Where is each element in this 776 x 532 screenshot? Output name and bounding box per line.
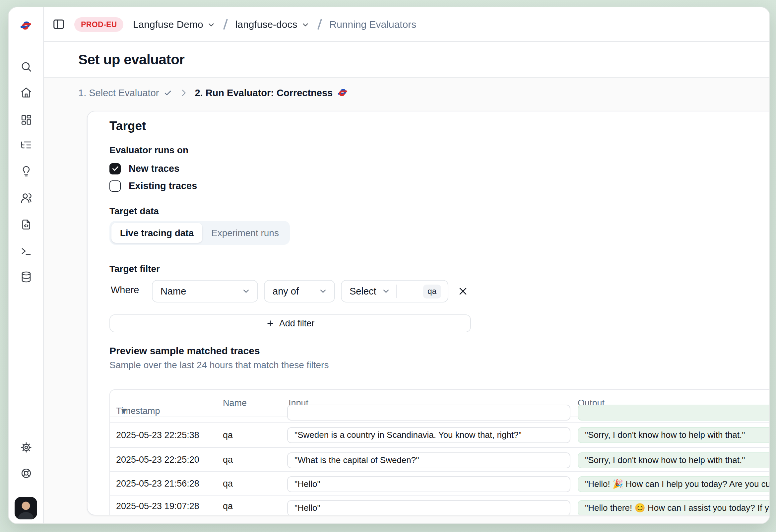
prompts-lightbulb-icon[interactable]	[20, 165, 32, 177]
table-row[interactable]: 2025-05-23 22:25:38 qa "Sweden is a coun…	[110, 422, 770, 448]
sidebar-rail	[9, 7, 44, 523]
add-filter-label: Add filter	[279, 318, 315, 328]
filter-value-chip: qa	[423, 284, 441, 298]
plus-icon	[266, 319, 274, 328]
input-cell: "Hello"	[287, 476, 570, 492]
chevron-down-icon	[318, 287, 328, 296]
existing-traces-checkbox[interactable]	[110, 180, 121, 191]
select-divider	[396, 285, 397, 298]
user-avatar[interactable]	[15, 497, 37, 519]
datasets-database-icon[interactable]	[20, 270, 32, 283]
sort-desc-icon: ▼	[120, 406, 128, 416]
step-select-evaluator[interactable]: 1. Select Evaluator	[78, 87, 172, 98]
target-data-label: Target data	[110, 206, 159, 216]
users-icon[interactable]	[20, 191, 32, 204]
input-cell: "Hello"	[287, 500, 570, 515]
table-row[interactable]: 2025-05-23 22:25:20 qa "What is the capi…	[110, 448, 770, 472]
chevron-right-icon	[179, 88, 188, 97]
filter-column-value: Name	[161, 286, 186, 297]
table-row[interactable]: 2025-05-23 21:56:28 qa "Hello" "Hello! 🎉…	[110, 472, 770, 496]
step-label: 1. Select Evaluator	[78, 87, 159, 98]
chevron-down-icon	[382, 287, 391, 296]
checkbox-row-new-traces: New traces	[110, 161, 179, 176]
filter-row: Where Name any of Select qa	[87, 280, 770, 303]
app-window: PROD-EU Langfuse Demo langfuse-docs Runn…	[8, 7, 770, 524]
filter-value-select[interactable]: Select qa	[341, 280, 448, 303]
tab-experiment-runs[interactable]: Experiment runs	[202, 223, 288, 243]
timestamp-cell: 2025-05-23 22:25:38	[116, 430, 199, 440]
environment-badge[interactable]: PROD-EU	[74, 17, 124, 31]
project-name: langfuse-docs	[235, 19, 298, 30]
settings-gear-icon[interactable]	[20, 441, 32, 454]
target-filter-label: Target filter	[110, 263, 160, 274]
filter-operator-select[interactable]: any of	[264, 280, 335, 303]
chevron-down-icon	[302, 21, 310, 29]
breadcrumb-page: Running Evaluators	[330, 19, 416, 30]
search-icon[interactable]	[20, 60, 32, 72]
filter-operator-value: any of	[272, 286, 299, 297]
new-traces-checkbox[interactable]	[110, 163, 121, 174]
home-icon[interactable]	[20, 86, 32, 99]
table-row-partial[interactable]	[110, 417, 770, 422]
page-header: Set up evaluator	[44, 42, 769, 77]
desktop: PROD-EU Langfuse Demo langfuse-docs Runn…	[0, 0, 776, 532]
timestamp-cell: 2025-05-23 21:56:28	[116, 478, 199, 488]
checkbox-label: New traces	[129, 163, 179, 174]
breadcrumb-slash	[317, 19, 322, 29]
chevron-down-icon	[241, 287, 251, 296]
output-cell: "Hello there! 😊 How can I assist you tod…	[578, 500, 770, 515]
column-header-name[interactable]: Name	[223, 398, 247, 408]
chevron-down-icon	[207, 21, 216, 29]
output-cell: "Hello! 🎉 How can I help you today? Are …	[578, 476, 770, 492]
timestamp-cell: 2025-05-23 22:25:20	[116, 455, 199, 464]
table-row[interactable]: 2025-05-23 19:07:28 qa "Hello" "Hello th…	[110, 496, 770, 515]
support-lifebuoy-icon[interactable]	[20, 467, 32, 479]
tab-live-tracing-data[interactable]: Live tracing data	[112, 223, 202, 243]
name-cell: qa	[223, 455, 233, 464]
page-title: Set up evaluator	[78, 51, 184, 67]
org-switcher[interactable]: Langfuse Demo	[133, 19, 216, 30]
preview-subtitle: Sample over the last 24 hours that match…	[110, 360, 329, 370]
org-name: Langfuse Demo	[133, 19, 203, 30]
checkbox-label: Existing traces	[129, 180, 197, 191]
target-data-tabs: Live tracing data Experiment runs	[110, 221, 290, 245]
dashboards-icon[interactable]	[20, 113, 32, 126]
input-cell	[287, 405, 570, 420]
runs-on-label: Evaluator runs on	[110, 145, 188, 155]
filter-column-select[interactable]: Name	[152, 280, 258, 303]
section-title: Target	[110, 119, 146, 133]
output-cell: "Sorry, I don't know how to help with th…	[578, 427, 770, 443]
input-cell: "Sweden is a country in Scandinavia. You…	[287, 427, 570, 443]
filter-value-placeholder: Select	[350, 286, 376, 297]
langfuse-logo-icon	[337, 87, 348, 98]
check-icon	[163, 88, 172, 97]
sidebar-toggle-icon[interactable]	[52, 18, 65, 30]
input-cell: "What is the capital of Sweden?"	[287, 453, 570, 468]
remove-filter-button[interactable]	[457, 285, 469, 297]
file-code-icon[interactable]	[20, 218, 32, 230]
target-card: Target Evaluator runs on New traces Exis…	[87, 111, 770, 515]
timestamp-cell: 2025-05-23 19:07:28	[116, 501, 199, 511]
output-cell: "Sorry, I don't know how to help with th…	[578, 453, 770, 468]
breadcrumb-bar: PROD-EU Langfuse Demo langfuse-docs Runn…	[44, 7, 769, 42]
name-cell: qa	[223, 501, 233, 511]
filter-where-label: Where	[111, 285, 139, 295]
breadcrumb-slash	[223, 19, 228, 29]
project-switcher[interactable]: langfuse-docs	[235, 19, 310, 30]
name-cell: qa	[223, 430, 233, 440]
output-cell	[578, 405, 770, 420]
langfuse-logo-icon[interactable]	[20, 19, 32, 31]
step-label: 2. Run Evaluator: Correctness	[195, 87, 333, 98]
preview-table: Timestamp▼ Name Input Output 2025-05-23 …	[110, 389, 770, 515]
checkbox-row-existing-traces: Existing traces	[110, 178, 197, 193]
main-area: 1. Select Evaluator 2. Run Evaluator: Co…	[44, 77, 769, 523]
terminal-icon[interactable]	[20, 244, 32, 257]
preview-title: Preview sample matched traces	[110, 345, 260, 356]
name-cell: qa	[223, 478, 233, 488]
wizard-steps: 1. Select Evaluator 2. Run Evaluator: Co…	[78, 87, 348, 98]
add-filter-button[interactable]: Add filter	[110, 314, 471, 332]
step-run-evaluator[interactable]: 2. Run Evaluator: Correctness	[195, 87, 348, 98]
tracing-tree-icon[interactable]	[20, 138, 32, 151]
